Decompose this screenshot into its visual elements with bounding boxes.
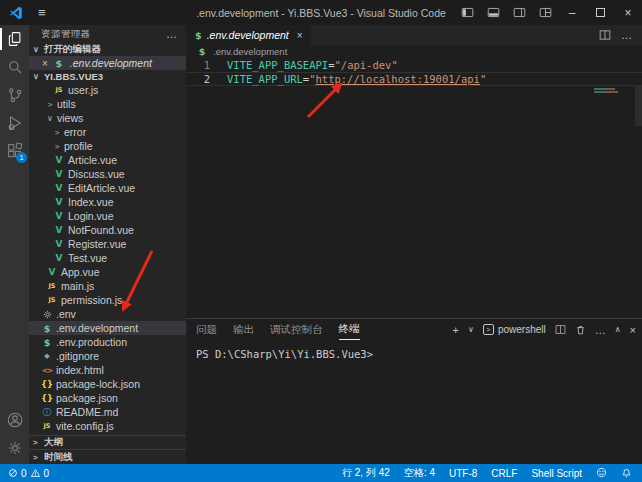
editor-scrollbar[interactable] [635,86,642,126]
settings-gear-icon[interactable] [0,434,29,462]
toggle-primary-sidebar-icon[interactable] [454,0,480,25]
file-tree-item[interactable]: VEditArticle.vue [29,181,186,195]
panel-tab[interactable]: 问题 [196,319,217,340]
account-icon[interactable] [0,406,29,434]
file-tree-item[interactable]: ∨views [29,111,186,125]
explorer-icon[interactable] [0,25,29,53]
tab-env-development[interactable]: $ .env.development × [186,25,311,45]
toggle-secondary-sidebar-icon[interactable] [506,0,532,25]
file-tree-item[interactable]: >profile [29,139,186,153]
open-editor-item[interactable]: × $ .env.development [29,56,186,70]
gear-icon [41,310,53,319]
problems-status[interactable]: 0 0 [0,468,49,479]
file-tree-item[interactable]: VRegister.vue [29,237,186,251]
panel-tab[interactable]: 调试控制台 [270,319,323,340]
terminal-output[interactable]: PS D:\CSharp\Yi\Yi.BBS.Vue3> [186,340,642,360]
file-tree-item[interactable]: ◆.gitignore [29,349,186,363]
explorer-more-actions-icon[interactable]: … [166,28,178,40]
file-tree-item[interactable]: {}package-lock.json [29,377,186,391]
notifications-bell-icon[interactable] [621,467,632,480]
workspace-root-folder[interactable]: ∨ YI.BBS.VUE3 [29,70,186,83]
status-item[interactable]: 行 2, 列 42 [342,466,390,480]
chevron-down-icon[interactable]: ∨ [468,325,474,334]
file-tree-item[interactable]: $.env.development [29,321,186,335]
shell-icon: $ [196,46,208,57]
open-editors-section[interactable]: ∨ 打开的编辑器 [29,43,186,56]
close-icon[interactable]: × [42,58,48,69]
file-label: views [57,112,83,124]
js-icon: JS [46,282,58,290]
run-debug-icon[interactable] [0,109,29,137]
file-tree-item[interactable]: JSmain.js [29,279,186,293]
kill-terminal-icon[interactable] [575,324,586,336]
source-control-icon[interactable] [0,81,29,109]
file-tree-item[interactable]: VIndex.vue [29,195,186,209]
code-area[interactable]: 1 VITE_APP_BASEAPI="/api-dev" 2 VITE_APP… [186,58,642,86]
js-icon: JS [41,422,53,430]
file-tree-item[interactable]: VNotFound.vue [29,223,186,237]
breadcrumb[interactable]: $ .env.development [186,45,642,58]
toggle-panel-icon[interactable] [480,0,506,25]
file-label: Article.vue [68,154,117,166]
panel-tab[interactable]: 输出 [233,319,254,340]
menu-icon[interactable]: ≡ [38,5,46,20]
vue-icon: V [53,183,65,193]
shell-icon: $ [53,58,65,69]
url-link[interactable]: http://localhost:19001/api [316,73,480,85]
close-panel-icon[interactable]: × [630,324,636,336]
status-item[interactable]: CRLF [491,468,517,479]
file-label: .env [56,308,76,320]
file-tree-item[interactable]: VApp.vue [29,265,186,279]
file-label: index.html [56,364,104,376]
minimap[interactable] [594,88,628,94]
line-number: 2 [186,73,210,85]
close-button[interactable]: × [614,0,642,25]
editor-more-actions-icon[interactable]: … [621,29,632,41]
outline-section[interactable]: > 大纲 [29,435,186,449]
file-label: package.json [56,392,118,404]
chevron-right-icon: > [46,100,54,109]
file-tree-item[interactable]: JSpermission.js [29,293,186,307]
split-terminal-icon[interactable] [555,324,566,335]
file-tree-item[interactable]: VDiscuss.vue [29,167,186,181]
feedback-smiley-icon[interactable] [596,467,607,480]
file-tree-item[interactable]: JSvite.config.js [29,419,186,433]
status-item[interactable]: UTF-8 [449,468,477,479]
tab-close-icon[interactable]: × [297,30,303,41]
status-item[interactable]: 空格: 4 [404,466,435,480]
file-tree: JSuser.js>utils∨views>error>profileVArti… [29,83,186,433]
file-tree-item[interactable]: VArticle.vue [29,153,186,167]
customize-layout-icon[interactable] [532,0,558,25]
split-editor-icon[interactable] [599,29,611,41]
panel-more-actions-icon[interactable]: … [595,324,606,336]
file-tree-item[interactable]: >error [29,125,186,139]
new-terminal-icon[interactable]: + [453,324,459,336]
maximize-panel-icon[interactable]: ∧ [615,325,621,334]
file-tree-item[interactable]: $.env.production [29,335,186,349]
minimize-button[interactable]: – [558,0,586,25]
file-tree-item[interactable]: VTest.vue [29,251,186,265]
status-item[interactable]: Shell Script [531,468,582,479]
terminal-shell-selector[interactable]: > powershell [483,324,546,335]
file-tree-item[interactable]: VLogin.vue [29,209,186,223]
extensions-icon[interactable]: 1 [0,137,29,165]
panel-tab[interactable]: 终端 [339,319,360,340]
file-tree-item[interactable]: >utils [29,97,186,111]
file-tree-item[interactable]: ⓘREADME.md [29,405,186,419]
file-label: .env.development [56,322,138,334]
editor-tab-bar: $ .env.development × … [186,25,642,45]
maximize-button[interactable] [586,0,614,25]
file-label: Discuss.vue [68,168,125,180]
powershell-icon: > [483,324,494,335]
chevron-down-icon: ∨ [46,114,54,123]
file-tree-item[interactable]: {}package.json [29,391,186,405]
json-icon: {} [41,379,53,389]
search-icon[interactable] [0,53,29,81]
bottom-panel: 问题输出调试控制台终端 + ∨ > powershell … ∧ [186,318,642,464]
file-tree-item[interactable]: .env [29,307,186,321]
file-tree-item[interactable]: JSuser.js [29,83,186,97]
timeline-section[interactable]: > 时间线 [29,449,186,464]
file-tree-item[interactable]: <>index.html [29,363,186,377]
diamond-icon: ◆ [41,352,53,360]
file-label: NotFound.vue [68,224,134,236]
